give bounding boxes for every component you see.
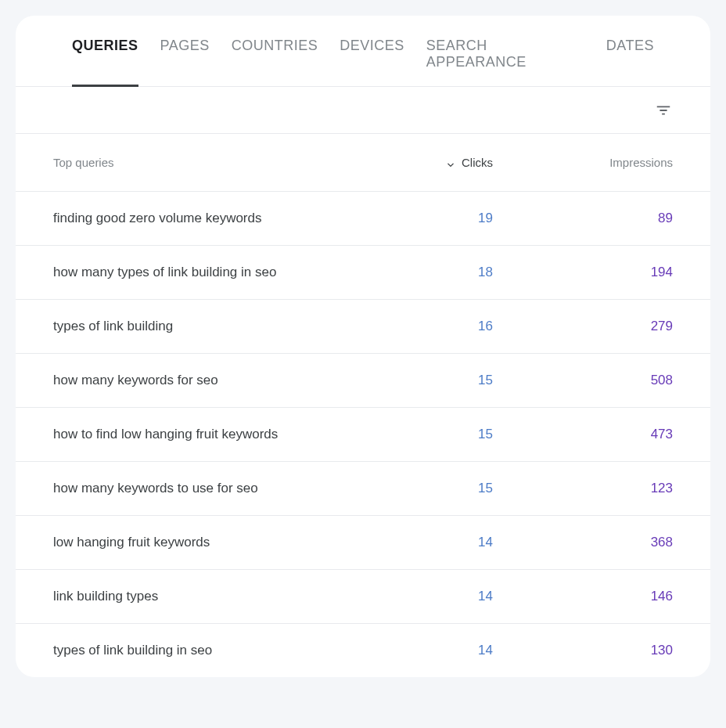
table-row[interactable]: types of link building 16 279 [16,300,710,354]
table-row[interactable]: how to find low hanging fruit keywords 1… [16,408,710,462]
column-header-query[interactable]: Top queries [53,156,383,169]
cell-query: link building types [53,589,383,604]
cell-query: low hanging fruit keywords [53,535,383,550]
tab-countries[interactable]: COUNTRIES [232,31,318,86]
tab-devices[interactable]: DEVICES [340,31,404,86]
table-row[interactable]: how many types of link building in seo 1… [16,246,710,300]
column-header-clicks-label: Clicks [462,156,493,169]
cell-clicks: 15 [383,427,493,442]
cell-impressions: 279 [493,319,673,334]
filter-bar [16,87,710,134]
cell-impressions: 194 [493,265,673,280]
cell-query: how to find low hanging fruit keywords [53,427,383,442]
performance-card: QUERIES PAGES COUNTRIES DEVICES SEARCH A… [16,16,710,677]
filter-icon[interactable] [654,101,673,120]
table-body: finding good zero volume keywords 19 89 … [16,192,710,677]
cell-impressions: 146 [493,589,673,604]
tabs-bar: QUERIES PAGES COUNTRIES DEVICES SEARCH A… [16,16,710,87]
column-header-impressions[interactable]: Impressions [493,156,673,169]
cell-impressions: 130 [493,643,673,658]
cell-query: types of link building in seo [53,643,383,658]
cell-clicks: 16 [383,319,493,334]
cell-clicks: 19 [383,211,493,226]
column-header-clicks[interactable]: Clicks [383,156,493,169]
cell-impressions: 89 [493,211,673,226]
tab-pages[interactable]: PAGES [160,31,210,86]
cell-query: how many keywords to use for seo [53,481,383,496]
table-row[interactable]: low hanging fruit keywords 14 368 [16,516,710,570]
cell-impressions: 508 [493,373,673,388]
cell-impressions: 368 [493,535,673,550]
table-row[interactable]: types of link building in seo 14 130 [16,624,710,677]
table-row[interactable]: how many keywords for seo 15 508 [16,354,710,408]
tab-search-appearance[interactable]: SEARCH APPEARANCE [426,31,584,86]
table-row[interactable]: how many keywords to use for seo 15 123 [16,462,710,516]
cell-query: how many types of link building in seo [53,265,383,280]
cell-clicks: 15 [383,373,493,388]
cell-clicks: 14 [383,589,493,604]
tab-dates[interactable]: DATES [606,31,654,86]
cell-query: how many keywords for seo [53,373,383,388]
tab-queries[interactable]: QUERIES [72,31,138,86]
cell-query: finding good zero volume keywords [53,211,383,226]
cell-clicks: 14 [383,535,493,550]
cell-clicks: 18 [383,265,493,280]
table-row[interactable]: link building types 14 146 [16,570,710,624]
cell-query: types of link building [53,319,383,334]
cell-impressions: 123 [493,481,673,496]
sort-arrow-down-icon [444,157,457,169]
cell-clicks: 15 [383,481,493,496]
table-row[interactable]: finding good zero volume keywords 19 89 [16,192,710,246]
table-header: Top queries Clicks Impressions [16,134,710,192]
cell-clicks: 14 [383,643,493,658]
cell-impressions: 473 [493,427,673,442]
